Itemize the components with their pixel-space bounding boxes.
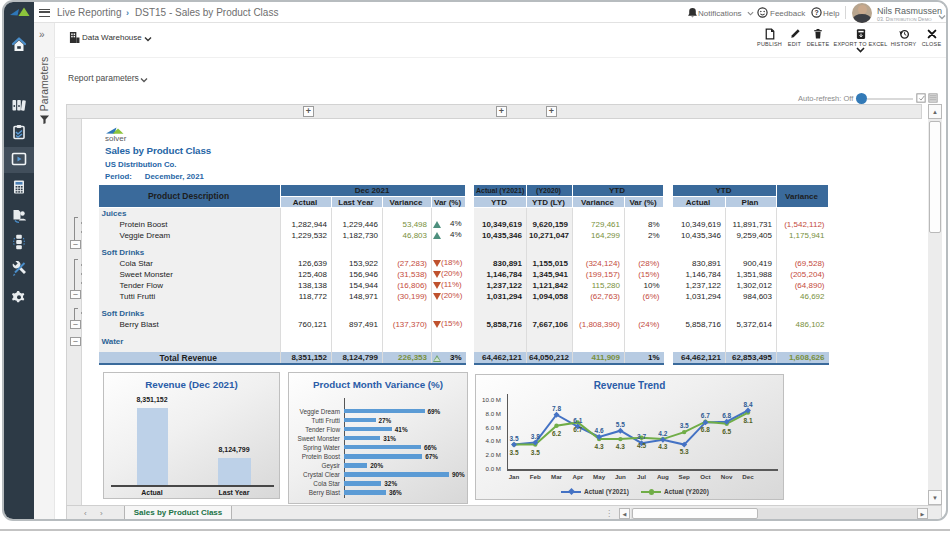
svg-text:?: ? — [814, 9, 818, 16]
svg-text:solver: solver — [105, 134, 127, 143]
